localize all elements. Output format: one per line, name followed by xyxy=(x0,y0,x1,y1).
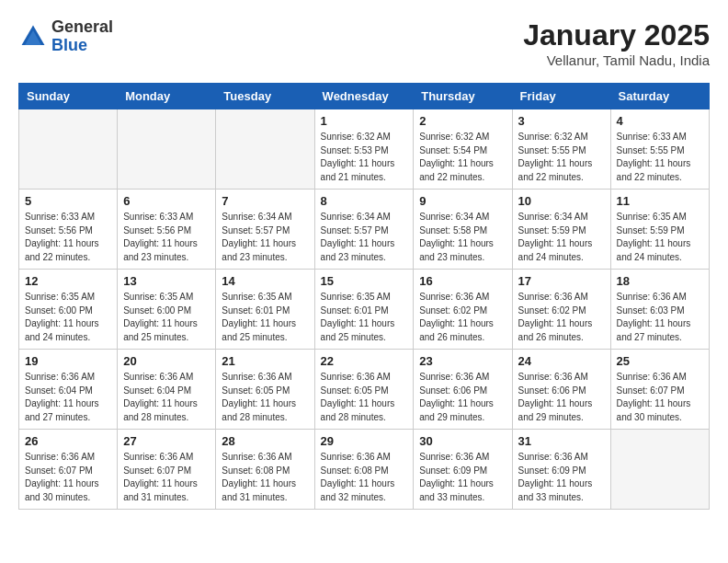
calendar-day: 20Sunrise: 6:36 AM Sunset: 6:04 PM Dayli… xyxy=(118,350,216,430)
calendar-day: 27Sunrise: 6:36 AM Sunset: 6:07 PM Dayli… xyxy=(118,430,216,510)
calendar-day: 18Sunrise: 6:36 AM Sunset: 6:03 PM Dayli… xyxy=(610,270,709,350)
calendar-week: 19Sunrise: 6:36 AM Sunset: 6:04 PM Dayli… xyxy=(19,350,710,430)
day-info: Sunrise: 6:33 AM Sunset: 5:56 PM Dayligh… xyxy=(25,211,111,264)
day-number: 12 xyxy=(25,274,111,288)
day-number: 31 xyxy=(518,434,605,448)
day-info: Sunrise: 6:36 AM Sunset: 6:09 PM Dayligh… xyxy=(419,451,506,504)
day-number: 9 xyxy=(419,194,506,208)
day-info: Sunrise: 6:34 AM Sunset: 5:59 PM Dayligh… xyxy=(518,211,605,264)
calendar-day: 12Sunrise: 6:35 AM Sunset: 6:00 PM Dayli… xyxy=(19,270,118,350)
day-info: Sunrise: 6:36 AM Sunset: 6:03 PM Dayligh… xyxy=(617,291,703,344)
day-number: 1 xyxy=(321,114,408,128)
calendar-day: 17Sunrise: 6:36 AM Sunset: 6:02 PM Dayli… xyxy=(512,270,610,350)
day-number: 4 xyxy=(617,114,703,128)
subtitle: Vellanur, Tamil Nadu, India xyxy=(523,52,710,68)
calendar-week: 26Sunrise: 6:36 AM Sunset: 6:07 PM Dayli… xyxy=(19,430,710,510)
day-info: Sunrise: 6:35 AM Sunset: 6:00 PM Dayligh… xyxy=(25,291,111,344)
day-number: 30 xyxy=(419,434,506,448)
logo-general-text: General xyxy=(51,18,113,37)
day-number: 7 xyxy=(222,194,308,208)
calendar-day: 25Sunrise: 6:36 AM Sunset: 6:07 PM Dayli… xyxy=(610,350,709,430)
calendar-day: 14Sunrise: 6:35 AM Sunset: 6:01 PM Dayli… xyxy=(216,270,314,350)
day-info: Sunrise: 6:36 AM Sunset: 6:05 PM Dayligh… xyxy=(321,371,408,424)
day-info: Sunrise: 6:35 AM Sunset: 5:59 PM Dayligh… xyxy=(617,211,703,264)
day-number: 28 xyxy=(222,434,308,448)
calendar-day: 15Sunrise: 6:35 AM Sunset: 6:01 PM Dayli… xyxy=(314,270,414,350)
day-number: 10 xyxy=(518,194,605,208)
day-info: Sunrise: 6:32 AM Sunset: 5:54 PM Dayligh… xyxy=(419,131,506,184)
day-info: Sunrise: 6:36 AM Sunset: 6:08 PM Dayligh… xyxy=(222,451,308,504)
calendar-day: 30Sunrise: 6:36 AM Sunset: 6:09 PM Dayli… xyxy=(414,430,512,510)
calendar-day: 6Sunrise: 6:33 AM Sunset: 5:56 PM Daylig… xyxy=(118,190,216,270)
day-number: 22 xyxy=(321,354,408,368)
calendar-day: 26Sunrise: 6:36 AM Sunset: 6:07 PM Dayli… xyxy=(19,430,118,510)
calendar-week: 5Sunrise: 6:33 AM Sunset: 5:56 PM Daylig… xyxy=(19,190,710,270)
calendar-day: 5Sunrise: 6:33 AM Sunset: 5:56 PM Daylig… xyxy=(19,190,118,270)
calendar-table: SundayMondayTuesdayWednesdayThursdayFrid… xyxy=(18,83,710,510)
day-number: 23 xyxy=(419,354,506,368)
calendar-day: 31Sunrise: 6:36 AM Sunset: 6:09 PM Dayli… xyxy=(512,430,610,510)
day-number: 15 xyxy=(321,274,408,288)
day-number: 21 xyxy=(222,354,308,368)
logo: General Blue xyxy=(18,18,113,55)
day-info: Sunrise: 6:36 AM Sunset: 6:02 PM Dayligh… xyxy=(518,291,605,344)
day-info: Sunrise: 6:36 AM Sunset: 6:09 PM Dayligh… xyxy=(518,451,605,504)
day-number: 25 xyxy=(617,354,703,368)
day-number: 14 xyxy=(222,274,308,288)
calendar-day xyxy=(216,109,314,190)
calendar-day: 24Sunrise: 6:36 AM Sunset: 6:06 PM Dayli… xyxy=(512,350,610,430)
day-info: Sunrise: 6:34 AM Sunset: 5:58 PM Dayligh… xyxy=(419,211,506,264)
calendar-day: 19Sunrise: 6:36 AM Sunset: 6:04 PM Dayli… xyxy=(19,350,118,430)
day-info: Sunrise: 6:36 AM Sunset: 6:06 PM Dayligh… xyxy=(518,371,605,424)
calendar-day: 10Sunrise: 6:34 AM Sunset: 5:59 PM Dayli… xyxy=(512,190,610,270)
calendar-week: 12Sunrise: 6:35 AM Sunset: 6:00 PM Dayli… xyxy=(19,270,710,350)
calendar-day: 2Sunrise: 6:32 AM Sunset: 5:54 PM Daylig… xyxy=(414,109,512,190)
calendar-header: SundayMondayTuesdayWednesdayThursdayFrid… xyxy=(19,84,710,109)
main-title: January 2025 xyxy=(523,18,710,52)
calendar-day: 4Sunrise: 6:33 AM Sunset: 5:55 PM Daylig… xyxy=(610,109,709,190)
day-number: 8 xyxy=(321,194,408,208)
day-number: 20 xyxy=(123,354,210,368)
day-info: Sunrise: 6:36 AM Sunset: 6:04 PM Dayligh… xyxy=(123,371,210,424)
day-number: 6 xyxy=(123,194,210,208)
day-info: Sunrise: 6:36 AM Sunset: 6:07 PM Dayligh… xyxy=(617,371,703,424)
day-info: Sunrise: 6:34 AM Sunset: 5:57 PM Dayligh… xyxy=(321,211,408,264)
weekday-header: Tuesday xyxy=(216,84,314,109)
day-number: 3 xyxy=(518,114,605,128)
page-header: General Blue January 2025 Vellanur, Tami… xyxy=(18,18,710,68)
calendar-day: 23Sunrise: 6:36 AM Sunset: 6:06 PM Dayli… xyxy=(414,350,512,430)
day-number: 5 xyxy=(25,194,111,208)
calendar-day xyxy=(118,109,216,190)
calendar-day: 7Sunrise: 6:34 AM Sunset: 5:57 PM Daylig… xyxy=(216,190,314,270)
day-number: 2 xyxy=(419,114,506,128)
calendar-day: 22Sunrise: 6:36 AM Sunset: 6:05 PM Dayli… xyxy=(314,350,414,430)
calendar-day xyxy=(19,109,118,190)
weekday-header: Monday xyxy=(118,84,216,109)
day-info: Sunrise: 6:36 AM Sunset: 6:04 PM Dayligh… xyxy=(25,371,111,424)
weekday-header: Sunday xyxy=(19,84,118,109)
day-info: Sunrise: 6:35 AM Sunset: 6:01 PM Dayligh… xyxy=(321,291,408,344)
calendar-day: 29Sunrise: 6:36 AM Sunset: 6:08 PM Dayli… xyxy=(314,430,414,510)
calendar-day: 9Sunrise: 6:34 AM Sunset: 5:58 PM Daylig… xyxy=(414,190,512,270)
day-number: 19 xyxy=(25,354,111,368)
title-block: January 2025 Vellanur, Tamil Nadu, India xyxy=(523,18,710,68)
day-info: Sunrise: 6:33 AM Sunset: 5:55 PM Dayligh… xyxy=(617,131,703,184)
calendar-day: 16Sunrise: 6:36 AM Sunset: 6:02 PM Dayli… xyxy=(414,270,512,350)
day-info: Sunrise: 6:35 AM Sunset: 6:00 PM Dayligh… xyxy=(123,291,210,344)
day-number: 29 xyxy=(321,434,408,448)
day-info: Sunrise: 6:36 AM Sunset: 6:02 PM Dayligh… xyxy=(419,291,506,344)
logo-blue-text: Blue xyxy=(51,37,113,55)
day-number: 13 xyxy=(123,274,210,288)
day-number: 11 xyxy=(617,194,703,208)
calendar-day: 11Sunrise: 6:35 AM Sunset: 5:59 PM Dayli… xyxy=(610,190,709,270)
calendar-day: 21Sunrise: 6:36 AM Sunset: 6:05 PM Dayli… xyxy=(216,350,314,430)
day-number: 17 xyxy=(518,274,605,288)
day-number: 18 xyxy=(617,274,703,288)
day-info: Sunrise: 6:36 AM Sunset: 6:07 PM Dayligh… xyxy=(25,451,111,504)
calendar-day: 3Sunrise: 6:32 AM Sunset: 5:55 PM Daylig… xyxy=(512,109,610,190)
weekday-header: Friday xyxy=(512,84,610,109)
day-number: 26 xyxy=(25,434,111,448)
weekday-header: Wednesday xyxy=(314,84,414,109)
day-info: Sunrise: 6:32 AM Sunset: 5:53 PM Dayligh… xyxy=(321,131,408,184)
day-number: 27 xyxy=(123,434,210,448)
